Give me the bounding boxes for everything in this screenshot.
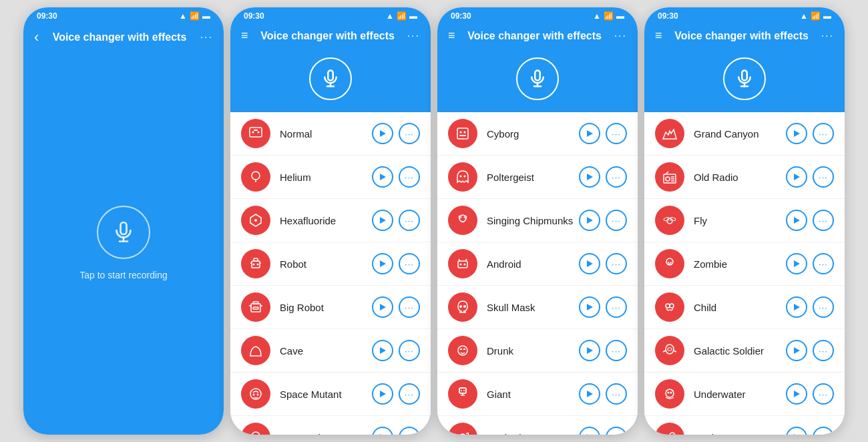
more-options-button[interactable]: ··· xyxy=(399,253,420,274)
menu-button-2[interactable]: ≡ xyxy=(241,29,248,43)
play-button[interactable] xyxy=(372,253,393,274)
mic-button-2[interactable] xyxy=(309,57,352,100)
more-options-button[interactable]: ··· xyxy=(399,123,420,144)
more-options-button[interactable]: ··· xyxy=(399,210,420,231)
play-button[interactable] xyxy=(579,383,600,405)
play-button[interactable] xyxy=(372,427,393,435)
play-button[interactable] xyxy=(786,383,807,405)
more-options-button[interactable]: ··· xyxy=(606,253,627,274)
mic-button-3[interactable] xyxy=(516,57,559,100)
more-options-button[interactable]: ··· xyxy=(399,340,420,361)
effect-actions: ··· xyxy=(579,427,627,435)
signal-icon-2: 📶 xyxy=(397,11,407,21)
play-button[interactable] xyxy=(579,296,600,318)
more-options-button[interactable]: ··· xyxy=(399,296,420,318)
svg-rect-39 xyxy=(535,71,540,81)
more-options-button[interactable]: ··· xyxy=(606,210,627,231)
svg-marker-73 xyxy=(587,391,593,397)
more-options-button[interactable]: ··· xyxy=(813,427,834,435)
effect-icon xyxy=(655,119,684,148)
effect-name: Hexafluoride xyxy=(280,215,372,226)
play-button[interactable] xyxy=(786,123,807,144)
more-options-button[interactable]: ··· xyxy=(606,340,627,361)
more-options-button[interactable]: ··· xyxy=(813,383,834,405)
more-options-button[interactable]: ··· xyxy=(813,253,834,274)
play-button[interactable] xyxy=(579,340,600,361)
app-title-4: Voice changer with effects xyxy=(674,30,809,42)
effect-icon xyxy=(241,379,270,409)
mic-section-2 xyxy=(230,48,431,112)
play-button[interactable] xyxy=(372,383,393,405)
more-options-button[interactable]: ··· xyxy=(606,296,627,318)
svg-point-104 xyxy=(670,304,674,308)
mic-section-4 xyxy=(644,48,845,112)
svg-marker-15 xyxy=(380,217,386,224)
more-options-button[interactable]: ··· xyxy=(606,383,627,405)
play-button[interactable] xyxy=(786,296,807,318)
svg-line-115 xyxy=(672,390,673,391)
effect-name: Old Radio xyxy=(694,172,786,183)
effect-actions: ··· xyxy=(579,340,627,361)
more-options-button[interactable]: ··· xyxy=(813,296,834,318)
more-options-button[interactable]: ··· xyxy=(813,210,834,231)
play-button[interactable] xyxy=(579,123,600,144)
play-button[interactable] xyxy=(372,123,393,144)
back-button[interactable]: ‹ xyxy=(34,29,39,46)
effect-actions: ··· xyxy=(579,166,627,188)
record-mic-button[interactable] xyxy=(97,206,150,259)
play-button[interactable] xyxy=(579,210,600,231)
more-options-button[interactable]: ··· xyxy=(606,166,627,188)
more-button-4[interactable]: ··· xyxy=(821,30,834,42)
svg-point-95 xyxy=(667,218,672,224)
more-options-button[interactable]: ··· xyxy=(813,166,834,188)
effect-actions: ··· xyxy=(786,340,834,361)
list-item: Space Mutant··· xyxy=(230,373,431,416)
effect-name: Child xyxy=(694,302,786,313)
more-options-button[interactable]: ··· xyxy=(399,166,420,188)
mic-button-4[interactable] xyxy=(723,57,766,100)
svg-point-98 xyxy=(668,220,670,221)
play-button[interactable] xyxy=(786,340,807,361)
svg-point-32 xyxy=(257,394,259,396)
more-options-button[interactable]: ··· xyxy=(399,427,420,435)
play-button[interactable] xyxy=(579,253,600,274)
play-button[interactable] xyxy=(372,340,393,361)
more-options-button[interactable]: ··· xyxy=(606,427,627,435)
play-button[interactable] xyxy=(579,166,600,188)
more-button-3[interactable]: ··· xyxy=(614,30,627,42)
list-item: Hexafluoride··· xyxy=(230,199,431,242)
play-button[interactable] xyxy=(372,166,393,188)
menu-button-3[interactable]: ≡ xyxy=(448,29,455,43)
status-bar-4: 09:30 ▲ 📶 ▬ xyxy=(644,7,845,23)
effect-actions: ··· xyxy=(372,210,420,231)
svg-marker-13 xyxy=(380,174,386,180)
effect-actions: ··· xyxy=(372,123,420,144)
menu-button-4[interactable]: ≡ xyxy=(655,29,662,43)
effect-icon xyxy=(655,292,684,322)
effect-actions: ··· xyxy=(786,253,834,274)
svg-point-112 xyxy=(668,392,670,394)
effect-name: Skull Mask xyxy=(487,302,579,313)
svg-point-19 xyxy=(257,264,259,266)
more-options-button[interactable]: ··· xyxy=(399,383,420,405)
play-button[interactable] xyxy=(786,253,807,274)
list-item: Old Radio··· xyxy=(644,156,845,199)
more-options-button[interactable]: ··· xyxy=(813,340,834,361)
more-options-button[interactable]: ··· xyxy=(606,123,627,144)
effect-icon xyxy=(241,292,270,322)
svg-point-47 xyxy=(460,176,462,178)
list-item: Fly··· xyxy=(644,199,845,242)
play-button[interactable] xyxy=(372,296,393,318)
play-button[interactable] xyxy=(372,210,393,231)
play-button[interactable] xyxy=(786,210,807,231)
more-button-1[interactable]: ··· xyxy=(200,31,213,43)
status-icons-4: ▲ 📶 ▬ xyxy=(800,11,831,21)
play-button[interactable] xyxy=(786,427,807,435)
more-options-button[interactable]: ··· xyxy=(813,123,834,144)
play-button[interactable] xyxy=(786,166,807,188)
svg-marker-105 xyxy=(794,304,800,310)
recording-screen[interactable]: Tap to start recording xyxy=(23,51,224,435)
play-button[interactable] xyxy=(579,427,600,435)
more-button-2[interactable]: ··· xyxy=(407,30,420,42)
effect-name: Underwater xyxy=(694,389,786,400)
